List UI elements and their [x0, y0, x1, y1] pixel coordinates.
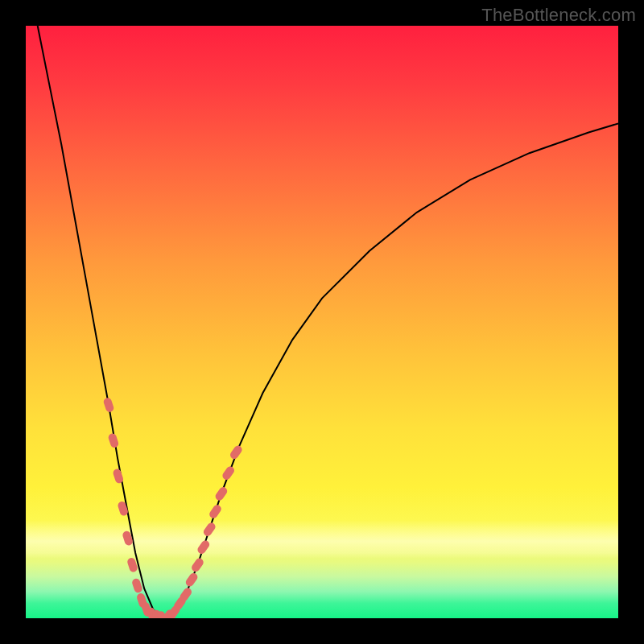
watermark-text: TheBottleneck.com	[481, 5, 636, 26]
outer-frame: TheBottleneck.com	[0, 0, 644, 644]
plot-area	[26, 26, 618, 618]
